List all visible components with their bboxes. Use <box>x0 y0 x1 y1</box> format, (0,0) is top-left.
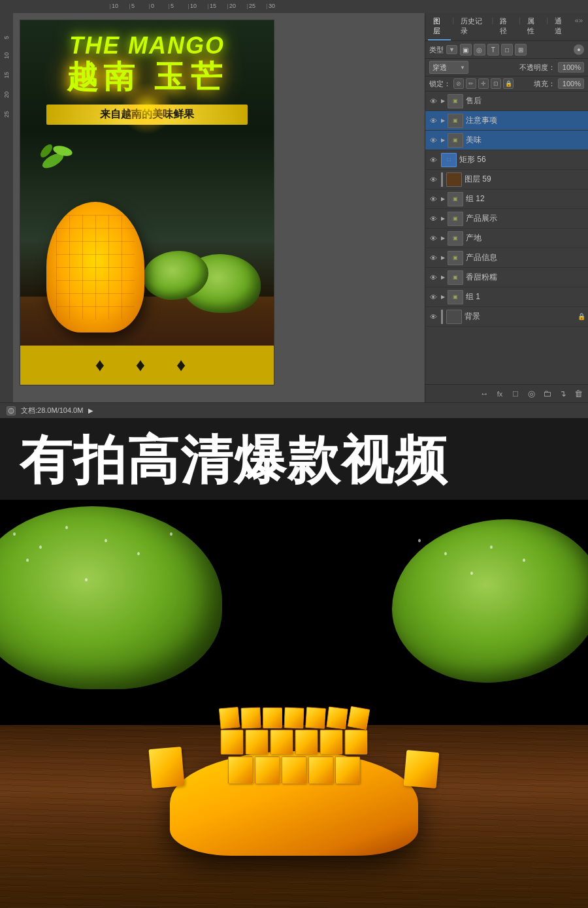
layer-item[interactable]: 👁 □ 矩形 56 <box>425 150 588 170</box>
type-dropdown[interactable]: ▼ <box>446 45 457 54</box>
layer-item[interactable]: 👁 图层 59 <box>425 170 588 189</box>
layer-item[interactable]: 👁 ▶ ▣ 美味 <box>425 131 588 150</box>
layer-name: 产品信息 <box>466 252 585 263</box>
layer-name: 美味 <box>466 135 585 146</box>
fill-value[interactable]: 100% <box>558 78 584 89</box>
ruler-tick-v: 20 <box>3 78 10 98</box>
photoshop-workspace: 10 5 0 5 10 15 20 25 30 5 10 15 20 25 TH… <box>0 0 588 418</box>
layer-search-row: 类型 ▼ ▣ ◎ T □ ⊞ ● <box>425 41 588 59</box>
layer-visibility-icon[interactable]: 👁 <box>428 292 438 302</box>
layer-visibility-icon[interactable]: 👁 <box>428 96 438 106</box>
filter-pixel-icon[interactable]: ▣ <box>460 44 472 56</box>
layer-name: 图层 59 <box>465 174 585 185</box>
layer-item[interactable]: 👁 ▶ ▣ 组 1 <box>425 287 588 307</box>
layer-visibility-icon[interactable]: 👁 <box>428 155 438 165</box>
layer-visibility-icon[interactable]: 👁 <box>428 194 438 204</box>
layer-effects-icon[interactable]: fx <box>494 388 506 400</box>
layer-item[interactable]: 👁 ▶ ▣ 售后 <box>425 91 588 111</box>
ruler-tick-v: 25 <box>3 98 10 118</box>
layer-expand-icon[interactable]: ▶ <box>441 294 445 300</box>
layer-thumbnail: ▣ <box>448 270 463 285</box>
filter-adjust-icon[interactable]: ◎ <box>474 44 485 56</box>
status-arrow[interactable]: ▶ <box>88 407 93 414</box>
tab-paths[interactable]: 路径 <box>495 13 517 41</box>
ps-workspace: 5 10 15 20 25 THE MANGO 越南 玉芒 来自越南的美味鲜果 <box>0 13 588 402</box>
tab-channels[interactable]: 通道 <box>549 13 572 41</box>
layer-item[interactable]: 👁 ▶ ▣ 注意事项 <box>425 111 588 131</box>
layer-name: 组 12 <box>466 193 585 204</box>
lock-paint-icon[interactable]: ✏ <box>466 78 476 89</box>
layer-expand-icon[interactable]: ▶ <box>441 255 445 261</box>
mango-cube <box>284 707 304 728</box>
lock-artboard-icon[interactable]: ⊡ <box>491 78 501 89</box>
layer-expand-icon[interactable]: ▶ <box>441 98 445 104</box>
link-layers-icon[interactable]: ↔ <box>478 388 490 400</box>
mango-side-piece-right <box>404 750 440 788</box>
layer-visibility-icon[interactable]: 👁 <box>428 214 438 224</box>
video-banner: 有拍高清爆款视频 <box>0 418 588 500</box>
layer-item[interactable]: 👁 ▶ ▣ 产地 <box>425 229 588 248</box>
layer-expand-icon[interactable]: ▶ <box>441 137 445 143</box>
layer-expand-icon[interactable]: ▶ <box>441 274 445 280</box>
opacity-value[interactable]: 100% <box>558 62 584 73</box>
new-group-icon[interactable]: 🗀 <box>541 388 553 400</box>
folder-icon: ▣ <box>453 118 458 123</box>
filter-toggle[interactable]: ● <box>574 44 584 55</box>
layer-thumbnail: ▣ <box>448 133 463 148</box>
folder-icon: ▣ <box>453 235 458 241</box>
mango-cube <box>246 730 269 754</box>
new-layer-icon[interactable]: ↴ <box>557 388 568 400</box>
filter-text-icon[interactable]: T <box>487 44 499 56</box>
ruler-tick-v: 15 <box>3 59 10 78</box>
video-title: 有拍高清爆款视频 <box>20 434 448 487</box>
mango-cube <box>240 707 261 728</box>
layer-expand-icon[interactable]: ▶ <box>441 196 445 202</box>
layer-thumbnail <box>446 172 462 187</box>
layer-visibility-icon[interactable]: 👁 <box>428 174 438 185</box>
add-mask-icon[interactable]: □ <box>510 388 521 400</box>
layer-visibility-icon[interactable]: 👁 <box>428 253 438 263</box>
layer-visibility-icon[interactable]: 👁 <box>428 272 438 283</box>
blend-mode-select[interactable]: 穿透 ▼ <box>429 61 468 74</box>
layer-name: 背景 <box>465 311 575 322</box>
lock-all-icon[interactable]: 🔒 <box>503 78 514 89</box>
layer-thumbnail: ▣ <box>448 192 463 206</box>
layer-item[interactable]: 👁 ▶ ▣ 香甜粉糯 <box>425 268 588 287</box>
cube-row-1 <box>228 756 360 784</box>
layer-item[interactable]: 👁 ▶ ▣ 组 12 <box>425 189 588 209</box>
layer-visibility-icon[interactable]: 👁 <box>428 312 438 322</box>
layer-item[interactable]: 👁 ▶ ▣ 产品展示 <box>425 209 588 229</box>
layer-list: 👁 ▶ ▣ 售后 👁 ▶ ▣ 注意事项 <box>425 91 588 384</box>
water-drop <box>39 545 42 549</box>
panel-collapse-arrows[interactable]: «» <box>572 13 585 41</box>
layer-expand-icon[interactable]: ▶ <box>441 118 445 123</box>
layer-visibility-icon[interactable]: 👁 <box>428 233 438 244</box>
layer-visibility-icon[interactable]: 👁 <box>428 116 438 126</box>
ruler-tick: 0 <box>149 4 169 9</box>
adjustment-layer-icon[interactable]: ◎ <box>525 388 537 400</box>
lock-move-icon[interactable]: ✛ <box>478 78 489 89</box>
layer-expand-icon[interactable]: ▶ <box>441 235 445 241</box>
folder-icon: ▣ <box>453 137 458 143</box>
layer-thumbnail <box>446 310 462 324</box>
layer-visibility-icon[interactable]: 👁 <box>428 135 438 146</box>
water-drop <box>65 526 68 529</box>
poster-bottom-icons: ♦ ♦ ♦ <box>95 355 199 376</box>
layer-thumbnail: ▣ <box>448 212 463 226</box>
layer-item[interactable]: 👁 背景 🔒 <box>425 307 588 327</box>
layer-expand-icon[interactable]: ▶ <box>441 216 445 221</box>
water-drop <box>105 539 107 542</box>
tab-layers[interactable]: 图层 <box>428 13 451 41</box>
ps-layers-panel: 图层 | 历史记录 | 路径 | 属性 | 通道 «» 类型 ▼ ▣ ◎ T □ <box>425 13 588 402</box>
lock-transparent-icon[interactable]: ⊘ <box>453 78 464 89</box>
layer-item[interactable]: 👁 ▶ ▣ 产品信息 <box>425 248 588 268</box>
cube-row-2 <box>221 730 368 754</box>
delete-layer-icon[interactable]: 🗑 <box>572 388 584 400</box>
filter-shape-icon[interactable]: □ <box>501 44 513 56</box>
filter-smart-icon[interactable]: ⊞ <box>515 44 527 56</box>
tab-history[interactable]: 历史记录 <box>455 13 491 41</box>
tab-properties[interactable]: 属性 <box>522 13 545 41</box>
mango-grid-pattern <box>56 215 135 319</box>
layer-name: 产品展示 <box>466 213 585 224</box>
poster-title-en: THE MANGO <box>20 20 274 59</box>
